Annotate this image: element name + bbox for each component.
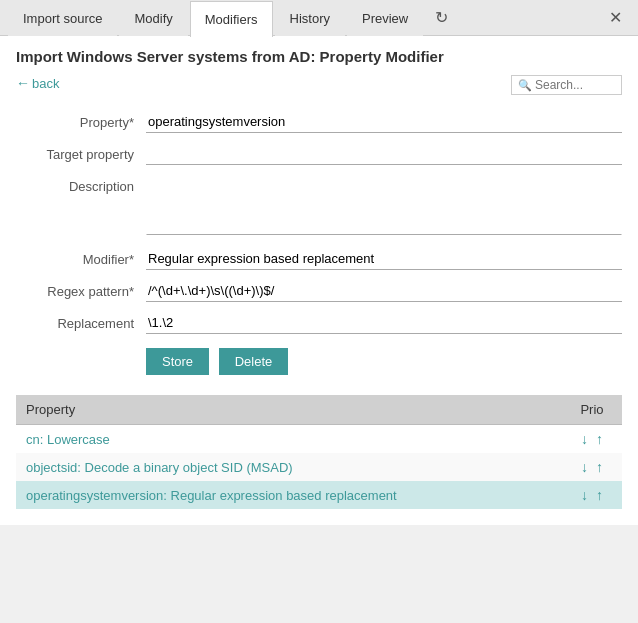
prio-down-button[interactable]: ↓: [579, 431, 590, 447]
row-link[interactable]: cn: Lowercase: [26, 432, 110, 447]
table-row: cn: Lowercase ↓ ↑: [16, 425, 622, 454]
property-label: Property*: [16, 111, 146, 130]
prio-up-button[interactable]: ↑: [594, 459, 605, 475]
modifier-field: [146, 248, 622, 270]
replacement-input[interactable]: [146, 312, 622, 334]
property-field: [146, 111, 622, 133]
search-input[interactable]: [535, 78, 615, 92]
tab-preview[interactable]: Preview: [347, 0, 423, 36]
page-content: Import Windows Server systems from AD: P…: [0, 36, 638, 525]
regex-field: [146, 280, 622, 302]
property-column-header: Property: [16, 395, 562, 425]
row-prio: ↓ ↑: [562, 453, 622, 481]
back-label: back: [32, 76, 59, 91]
row-property: objectsid: Decode a binary object SID (M…: [16, 453, 562, 481]
prio-up-button[interactable]: ↑: [594, 431, 605, 447]
row-link[interactable]: objectsid: Decode a binary object SID (M…: [26, 460, 293, 475]
row-property: operatingsystemversion: Regular expressi…: [16, 481, 562, 509]
form-area: Property* Target property Description Mo…: [16, 111, 622, 375]
property-input[interactable]: [146, 111, 622, 133]
tab-history[interactable]: History: [275, 0, 345, 36]
page-title: Import Windows Server systems from AD: P…: [16, 48, 622, 65]
replacement-label: Replacement: [16, 312, 146, 331]
search-icon: 🔍: [518, 79, 532, 92]
search-wrapper[interactable]: 🔍: [511, 75, 622, 95]
table-header-row: Property Prio: [16, 395, 622, 425]
tab-modify[interactable]: Modify: [119, 0, 187, 36]
tab-modifiers[interactable]: Modifiers: [190, 1, 273, 37]
property-row: Property*: [16, 111, 622, 133]
top-bar: ← back 🔍: [16, 75, 622, 95]
back-link[interactable]: ← back: [16, 75, 59, 91]
prio-down-button[interactable]: ↓: [579, 487, 590, 503]
regex-label: Regex pattern*: [16, 280, 146, 299]
target-property-field: [146, 143, 622, 165]
delete-button[interactable]: Delete: [219, 348, 289, 375]
table-row: objectsid: Decode a binary object SID (M…: [16, 453, 622, 481]
row-link[interactable]: operatingsystemversion: Regular expressi…: [26, 488, 397, 503]
description-textarea[interactable]: [146, 175, 622, 235]
target-property-input[interactable]: [146, 143, 622, 165]
regex-row: Regex pattern*: [16, 280, 622, 302]
prio-down-button[interactable]: ↓: [579, 459, 590, 475]
refresh-button[interactable]: ↻: [429, 4, 454, 31]
row-property: cn: Lowercase: [16, 425, 562, 454]
close-button[interactable]: ✕: [601, 4, 630, 31]
button-row: Store Delete: [146, 348, 622, 375]
regex-input[interactable]: [146, 280, 622, 302]
replacement-row: Replacement: [16, 312, 622, 334]
tab-bar: Import source Modify Modifiers History P…: [0, 0, 638, 36]
modifier-input[interactable]: [146, 248, 622, 270]
target-property-row: Target property: [16, 143, 622, 165]
description-field: [146, 175, 622, 238]
target-property-label: Target property: [16, 143, 146, 162]
description-label: Description: [16, 175, 146, 194]
tab-import-source[interactable]: Import source: [8, 0, 117, 36]
table-row: operatingsystemversion: Regular expressi…: [16, 481, 622, 509]
replacement-field: [146, 312, 622, 334]
prio-up-button[interactable]: ↑: [594, 487, 605, 503]
description-row: Description: [16, 175, 622, 238]
row-prio: ↓ ↑: [562, 425, 622, 454]
back-arrow-icon: ←: [16, 75, 30, 91]
modifier-row: Modifier*: [16, 248, 622, 270]
store-button[interactable]: Store: [146, 348, 209, 375]
modifier-table: Property Prio cn: Lowercase ↓ ↑ objectsi…: [16, 395, 622, 509]
row-prio: ↓ ↑: [562, 481, 622, 509]
prio-column-header: Prio: [562, 395, 622, 425]
modifier-label: Modifier*: [16, 248, 146, 267]
